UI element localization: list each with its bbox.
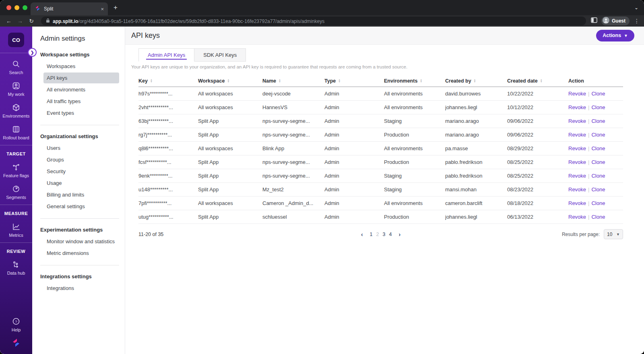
clone-link[interactable]: Clone — [591, 145, 605, 151]
sidebar-item-label: Segments — [6, 195, 26, 200]
nav-item-general-settings[interactable]: General settings — [43, 201, 119, 212]
close-window-button[interactable] — [6, 5, 11, 10]
sort-icon[interactable]: ▲▼ — [338, 79, 341, 83]
nav-item-integrations[interactable]: Integrations — [43, 283, 119, 294]
revoke-link[interactable]: Revoke — [568, 200, 586, 206]
clone-link[interactable]: Clone — [591, 118, 605, 124]
reload-button[interactable]: ↻ — [27, 18, 36, 24]
revoke-link[interactable]: Revoke — [568, 186, 586, 193]
sidebar-item-help[interactable]: ? Help — [12, 317, 21, 332]
clone-link[interactable]: Clone — [591, 91, 605, 97]
page-number-3[interactable]: 3 — [383, 232, 386, 237]
cell-type: Admin — [324, 186, 384, 193]
prev-page-icon[interactable]: ‹ — [358, 231, 366, 238]
sidebar-expand-button[interactable]: ❯ — [28, 48, 37, 57]
revoke-link[interactable]: Revoke — [568, 91, 586, 97]
segments-pie-icon — [12, 184, 21, 193]
browser-window: Split × + ⌄ ← → ↻ app.split.io/org/4d340… — [0, 0, 644, 354]
address-bar[interactable]: app.split.io/org/4d3405a0-9ca5-11e5-9706… — [41, 17, 586, 25]
sort-icon[interactable]: ▲▼ — [474, 79, 476, 83]
nav-item-groups[interactable]: Groups — [43, 154, 119, 165]
column-header-type[interactable]: Type▲▼ — [324, 78, 384, 84]
column-header-environments[interactable]: Environments▲▼ — [384, 78, 445, 84]
profile-button[interactable]: Guest — [601, 17, 630, 25]
sidebar-item-feature-flags[interactable]: Feature flags — [3, 163, 29, 178]
clone-link[interactable]: Clone — [591, 200, 605, 206]
tab-title: Split — [44, 6, 97, 12]
revoke-link[interactable]: Revoke — [568, 173, 586, 179]
actions-button[interactable]: Actions ▼ — [596, 30, 634, 41]
sidebar-item-data-hub[interactable]: Data hub — [7, 260, 25, 275]
nav-item-monitor-window-and-statistics[interactable]: Monitor window and statistics — [43, 236, 119, 247]
nav-item-usage[interactable]: Usage — [43, 178, 119, 188]
org-logo[interactable]: CO — [8, 33, 24, 47]
cell-key: fcsf**********... — [138, 159, 198, 165]
zoom-window-button[interactable] — [23, 5, 27, 10]
cell-type: Admin — [324, 132, 384, 138]
sidebar-item-segments[interactable]: Segments — [6, 184, 26, 200]
tab-close-icon[interactable]: × — [101, 6, 104, 12]
results-per-page-select[interactable]: 10 ▼ — [604, 229, 623, 239]
api-keys-description: Your API keys are unique to your organiz… — [131, 64, 634, 69]
revoke-link[interactable]: Revoke — [568, 104, 586, 110]
column-header-key[interactable]: Key▲▼ — [138, 78, 198, 84]
page-number-2[interactable]: 2 — [376, 232, 379, 237]
nav-item-event-types[interactable]: Event types — [43, 108, 119, 118]
clone-link[interactable]: Clone — [591, 104, 605, 110]
tab-sdk-api-keys[interactable]: SDK API Keys — [194, 48, 246, 62]
tab-search-chevron-icon[interactable]: ⌄ — [634, 5, 638, 10]
revoke-link[interactable]: Revoke — [568, 132, 586, 138]
results-per-page-label: Results per page: — [562, 232, 600, 237]
side-panel-icon[interactable] — [591, 17, 597, 25]
nav-item-api-keys[interactable]: API keys — [43, 72, 119, 83]
nav-item-metric-dimensions[interactable]: Metric dimensions — [43, 248, 119, 259]
revoke-link[interactable]: Revoke — [568, 214, 586, 220]
url-path: /org/4d3405a0-9ca5-11e5-9706-16a11fb02de… — [78, 19, 324, 24]
revoke-link[interactable]: Revoke — [568, 118, 586, 124]
sidebar-item-my-work[interactable]: My work — [8, 81, 25, 97]
sidebar-item-metrics[interactable]: Metrics — [9, 222, 23, 238]
column-header-created-date[interactable]: Created date▲▼ — [507, 78, 568, 84]
nav-item-billing-and-limits[interactable]: Billing and limits — [43, 189, 119, 200]
page-number-4[interactable]: 4 — [389, 232, 392, 237]
sort-icon[interactable]: ▲▼ — [540, 79, 543, 83]
cell-key: 7pfi**********... — [138, 200, 198, 206]
minimize-window-button[interactable] — [14, 5, 19, 10]
table-row: 9enk*********...Split Appnps-survey-segm… — [138, 169, 623, 183]
sort-icon[interactable]: ▲▼ — [279, 79, 281, 83]
back-button[interactable]: ← — [4, 18, 14, 24]
column-header-workspace[interactable]: Workspace▲▼ — [198, 78, 262, 84]
next-page-icon[interactable]: › — [395, 231, 404, 238]
column-header-name[interactable]: Name▲▼ — [262, 78, 324, 84]
forward-button[interactable]: → — [15, 18, 25, 24]
page-number-1[interactable]: 1 — [370, 232, 373, 237]
clone-link[interactable]: Clone — [591, 186, 605, 193]
column-header-created-by[interactable]: Created by▲▼ — [445, 78, 507, 84]
revoke-link[interactable]: Revoke — [568, 159, 586, 165]
revoke-link[interactable]: Revoke — [568, 145, 586, 151]
nav-item-all-environments[interactable]: All environments — [43, 84, 119, 95]
tab-admin-api-keys[interactable]: Admin API Keys — [138, 48, 194, 62]
sort-icon[interactable]: ▲▼ — [420, 79, 422, 83]
nav-group-organizational-settings: Organizational settingsUsersGroupsSecuri… — [40, 125, 119, 212]
clone-link[interactable]: Clone — [591, 173, 605, 179]
browser-menu-icon[interactable]: ⋮ — [634, 18, 640, 24]
cell-name: nps-survey-segme... — [262, 132, 324, 138]
sidebar-item-search[interactable]: Search — [9, 60, 23, 75]
clone-link[interactable]: Clone — [591, 159, 605, 165]
sidebar-item-environments[interactable]: Environments — [2, 103, 29, 118]
sidebar-item-rollout-board[interactable]: Rollout board — [3, 125, 29, 140]
nav-item-all-traffic-types[interactable]: All traffic types — [43, 96, 119, 107]
sort-icon[interactable]: ▲▼ — [227, 79, 229, 83]
clone-link[interactable]: Clone — [591, 214, 605, 220]
lock-icon — [46, 17, 50, 25]
cell-key: 63bj**********... — [138, 118, 198, 124]
clone-link[interactable]: Clone — [591, 132, 605, 138]
cell-type: Admin — [324, 214, 384, 220]
new-tab-button[interactable]: + — [114, 4, 118, 11]
browser-tab-split[interactable]: Split × — [31, 2, 108, 15]
nav-item-security[interactable]: Security — [43, 166, 119, 177]
nav-item-workspaces[interactable]: Workspaces — [43, 61, 119, 72]
nav-item-users[interactable]: Users — [43, 143, 119, 153]
sort-icon[interactable]: ▲▼ — [150, 79, 153, 83]
